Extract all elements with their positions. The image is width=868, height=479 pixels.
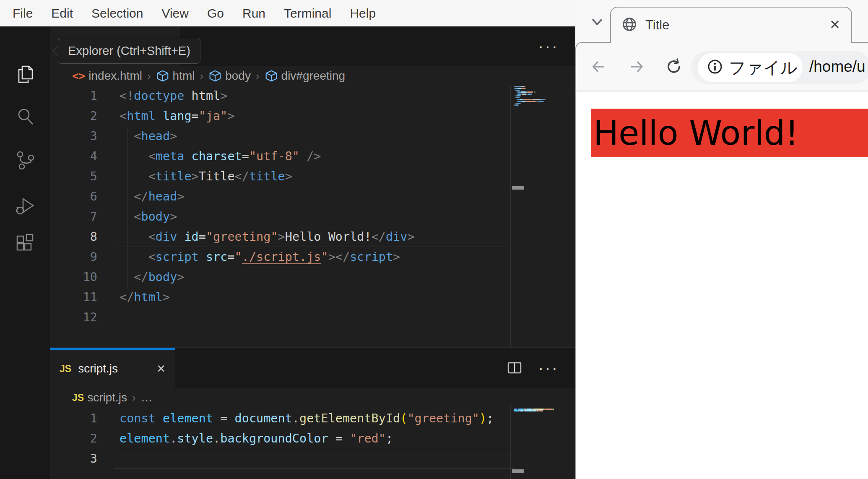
line-number: 3 — [50, 449, 105, 469]
html-file-icon: <> — [72, 70, 85, 82]
chip-label: ファイル — [729, 56, 798, 79]
close-icon[interactable]: ✕ — [156, 362, 166, 375]
activity-bar-explorer[interactable] — [0, 56, 50, 93]
line-number: 2 — [50, 429, 105, 449]
tab-script-js[interactable]: JS script.js ✕ — [50, 348, 175, 388]
code-line: 1<!doctype html> — [50, 86, 575, 106]
scrollbar[interactable] — [510, 405, 525, 479]
code-line: 10 </body> — [50, 267, 575, 287]
file-scheme-chip[interactable]: ファイル — [698, 53, 803, 82]
menu-item-selection[interactable]: Selection — [82, 0, 152, 26]
browser-tab-title: Title — [645, 18, 669, 33]
menu-item-terminal[interactable]: Terminal — [275, 0, 340, 26]
code-line: 7 <body> — [50, 207, 575, 227]
line-number: 11 — [50, 287, 105, 307]
menu-item-edit[interactable]: Edit — [42, 0, 82, 26]
more-actions-icon[interactable]: ··· — [538, 42, 559, 50]
screen: FileEditSelectionViewGoRunTerminalHelp <… — [0, 0, 868, 479]
source-control-icon — [14, 149, 36, 172]
scrollbar[interactable] — [510, 86, 525, 374]
line-number: 1 — [50, 86, 105, 106]
code-editor-html[interactable]: 1<!doctype html>2<html lang="ja">3 <head… — [50, 86, 575, 374]
code-line: 4 <meta charset="utf-8" /> — [50, 146, 575, 167]
files-icon — [14, 63, 36, 86]
activity-bar-run-and-debug[interactable] — [0, 187, 50, 224]
js-file-icon: JS — [60, 363, 71, 375]
menu-item-run[interactable]: Run — [233, 0, 275, 26]
greeting-highlight: Hello World! — [591, 109, 868, 157]
breadcrumb-separator: › — [132, 391, 136, 404]
split-editor-icon[interactable] — [507, 361, 522, 375]
activity-bar-search[interactable] — [0, 99, 50, 135]
explorer-tooltip: Explorer (Ctrl+Shift+E) — [58, 38, 200, 64]
tab-label: script.js — [78, 362, 118, 375]
symbol-cube-icon — [265, 69, 278, 83]
code-line: 8 <div id="greeting">Hello World!</div> — [50, 227, 575, 247]
more-actions-icon[interactable]: ··· — [538, 364, 559, 372]
browser-page: Hello World! — [576, 91, 868, 479]
breadcrumb-item[interactable]: body — [208, 69, 251, 83]
line-number: 12 — [50, 307, 105, 328]
search-icon — [14, 106, 36, 128]
globe-favicon — [622, 17, 637, 34]
overview-ruler-cursor-marker — [512, 186, 524, 190]
editor-tab-bar-js: JS script.js ✕ ··· — [50, 348, 575, 388]
code-line: 9 <script src="./script.js"></script> — [50, 247, 575, 267]
code-line: 11</html> — [50, 287, 575, 307]
code-line: 1const element = document.getElementById… — [50, 409, 575, 429]
menu-item-view[interactable]: View — [152, 0, 198, 26]
breadcrumb: <>index.html›html›body›div#greeting — [50, 66, 575, 86]
code-line: 3 <head> — [50, 126, 575, 146]
breadcrumb-item[interactable]: div#greeting — [265, 69, 346, 83]
symbol-cube-icon — [156, 69, 169, 83]
js-file-icon: JS — [72, 392, 84, 404]
back-icon[interactable] — [590, 43, 607, 91]
line-number: 3 — [50, 126, 105, 146]
breadcrumb-item[interactable]: … — [141, 391, 153, 404]
vscode-window: <> index.html ✕ ··· <>index.html›html›bo… — [0, 26, 575, 479]
forward-icon[interactable] — [628, 43, 645, 91]
menu-bar: FileEditSelectionViewGoRunTerminalHelp — [0, 0, 575, 26]
code-line: 5 <title>Title</title> — [50, 167, 575, 187]
breadcrumb-separator: › — [200, 70, 204, 83]
greeting-text: Hello World! — [591, 114, 799, 153]
code-line: 2element.style.backgroundColor = "red"; — [50, 429, 575, 449]
line-number: 9 — [50, 247, 105, 267]
breadcrumb: JSscript.js›… — [50, 388, 575, 408]
extensions-icon — [14, 232, 36, 255]
url-text[interactable]: /home/u — [809, 43, 865, 91]
menu-item-help[interactable]: Help — [340, 0, 385, 26]
tab-search-chevron-icon[interactable] — [588, 13, 606, 33]
breadcrumb-item[interactable]: JSscript.js — [72, 391, 127, 404]
code-line: 3 — [50, 449, 575, 469]
browser-tab[interactable]: Title — [610, 7, 852, 43]
menu-item-file[interactable]: File — [3, 0, 42, 26]
line-number: 1 — [50, 409, 105, 429]
breadcrumb-item[interactable]: <>index.html — [72, 69, 142, 83]
line-number: 5 — [50, 167, 105, 187]
line-number: 8 — [50, 227, 105, 247]
line-number: 7 — [50, 207, 105, 227]
breadcrumb-separator: › — [147, 70, 151, 83]
breadcrumb-item[interactable]: html — [156, 69, 195, 83]
code-editor-js[interactable]: 1const element = document.getElementById… — [50, 409, 575, 479]
line-number: 4 — [50, 146, 105, 167]
breadcrumb-separator: › — [256, 70, 260, 83]
code-line: 6 </head> — [50, 187, 575, 207]
info-icon — [707, 59, 723, 76]
reload-icon[interactable] — [665, 43, 683, 91]
code-line: 12 — [50, 307, 575, 328]
menu-item-go[interactable]: Go — [198, 0, 233, 26]
close-icon[interactable] — [829, 19, 840, 31]
activity-bar — [0, 26, 50, 479]
activity-bar-extensions[interactable] — [0, 225, 50, 262]
line-number: 2 — [50, 106, 105, 126]
overview-ruler-cursor-marker — [512, 469, 524, 473]
line-number: 6 — [50, 187, 105, 207]
code-line: 2<html lang="ja"> — [50, 106, 575, 126]
browser-window: Title — [575, 0, 868, 479]
activity-bar-source-control[interactable] — [0, 142, 50, 179]
line-number: 10 — [50, 267, 105, 287]
symbol-cube-icon — [208, 69, 222, 83]
run-debug-icon — [14, 195, 36, 217]
